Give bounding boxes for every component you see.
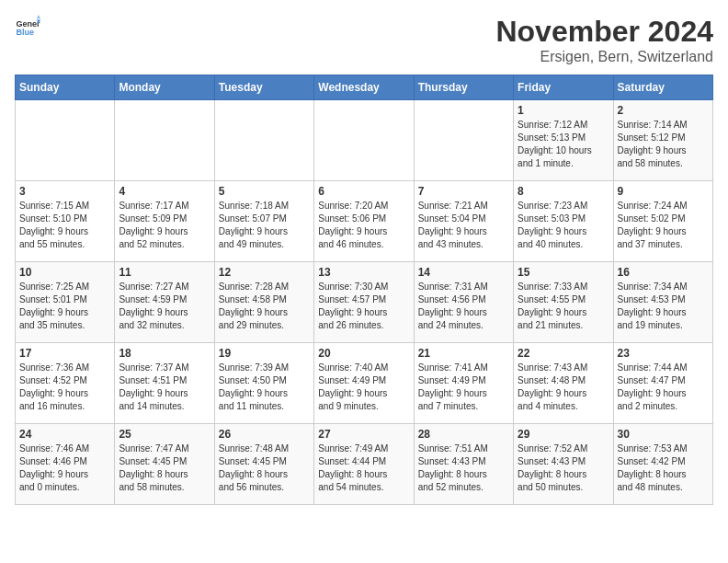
day-cell: 10Sunrise: 7:25 AM Sunset: 5:01 PM Dayli… [16, 262, 115, 343]
day-info: Sunrise: 7:20 AM Sunset: 5:06 PM Dayligh… [318, 200, 409, 251]
svg-text:Blue: Blue [16, 28, 34, 37]
day-number: 30 [618, 428, 709, 441]
day-number: 29 [518, 428, 609, 441]
location-title: Ersigen, Bern, Switzerland [495, 49, 713, 65]
day-number: 15 [518, 266, 609, 279]
day-cell: 30Sunrise: 7:53 AM Sunset: 4:42 PM Dayli… [613, 424, 712, 505]
day-cell: 26Sunrise: 7:48 AM Sunset: 4:45 PM Dayli… [214, 424, 313, 505]
day-info: Sunrise: 7:24 AM Sunset: 5:02 PM Dayligh… [618, 200, 709, 251]
weekday-header-wednesday: Wednesday [314, 75, 414, 100]
day-info: Sunrise: 7:53 AM Sunset: 4:42 PM Dayligh… [618, 442, 709, 494]
day-number: 28 [418, 428, 509, 441]
day-cell: 19Sunrise: 7:39 AM Sunset: 4:50 PM Dayli… [214, 343, 313, 424]
day-number: 22 [518, 347, 609, 360]
day-cell: 6Sunrise: 7:20 AM Sunset: 5:06 PM Daylig… [314, 181, 414, 262]
day-info: Sunrise: 7:43 AM Sunset: 4:48 PM Dayligh… [518, 362, 609, 413]
month-title: November 2024 [495, 15, 713, 49]
day-info: Sunrise: 7:51 AM Sunset: 4:43 PM Dayligh… [418, 442, 509, 494]
weekday-header-friday: Friday [514, 75, 613, 100]
day-cell: 24Sunrise: 7:46 AM Sunset: 4:46 PM Dayli… [16, 424, 115, 505]
day-cell: 5Sunrise: 7:18 AM Sunset: 5:07 PM Daylig… [214, 181, 313, 262]
day-cell [115, 100, 214, 181]
day-number: 9 [618, 185, 709, 198]
day-cell: 8Sunrise: 7:23 AM Sunset: 5:03 PM Daylig… [514, 181, 613, 262]
day-info: Sunrise: 7:18 AM Sunset: 5:07 PM Dayligh… [219, 200, 310, 251]
day-info: Sunrise: 7:48 AM Sunset: 4:45 PM Dayligh… [219, 442, 310, 494]
day-cell: 13Sunrise: 7:30 AM Sunset: 4:57 PM Dayli… [314, 262, 414, 343]
day-number: 6 [318, 185, 409, 198]
day-cell: 2Sunrise: 7:14 AM Sunset: 5:12 PM Daylig… [613, 100, 712, 181]
day-info: Sunrise: 7:27 AM Sunset: 4:59 PM Dayligh… [119, 281, 210, 332]
day-number: 14 [418, 266, 509, 279]
day-number: 12 [219, 266, 310, 279]
day-info: Sunrise: 7:47 AM Sunset: 4:45 PM Dayligh… [119, 442, 210, 494]
week-row-3: 10Sunrise: 7:25 AM Sunset: 5:01 PM Dayli… [16, 262, 713, 343]
weekday-header-monday: Monday [115, 75, 214, 100]
day-number: 5 [219, 185, 310, 198]
day-number: 13 [318, 266, 409, 279]
day-number: 2 [618, 104, 709, 117]
day-cell: 23Sunrise: 7:44 AM Sunset: 4:47 PM Dayli… [613, 343, 712, 424]
week-row-2: 3Sunrise: 7:15 AM Sunset: 5:10 PM Daylig… [16, 181, 713, 262]
day-info: Sunrise: 7:36 AM Sunset: 4:52 PM Dayligh… [19, 362, 110, 413]
day-info: Sunrise: 7:37 AM Sunset: 4:51 PM Dayligh… [119, 362, 210, 413]
day-number: 11 [119, 266, 210, 279]
title-block: November 2024 Ersigen, Bern, Switzerland [495, 15, 713, 65]
day-info: Sunrise: 7:31 AM Sunset: 4:56 PM Dayligh… [418, 281, 509, 332]
calendar-header: SundayMondayTuesdayWednesdayThursdayFrid… [16, 75, 713, 100]
day-number: 25 [119, 428, 210, 441]
day-number: 23 [618, 347, 709, 360]
day-cell: 16Sunrise: 7:34 AM Sunset: 4:53 PM Dayli… [613, 262, 712, 343]
week-row-1: 1Sunrise: 7:12 AM Sunset: 5:13 PM Daylig… [16, 100, 713, 181]
day-info: Sunrise: 7:33 AM Sunset: 4:55 PM Dayligh… [518, 281, 609, 332]
calendar-table: SundayMondayTuesdayWednesdayThursdayFrid… [15, 75, 713, 505]
day-number: 4 [119, 185, 210, 198]
logo-icon: General Blue [15, 15, 40, 40]
day-number: 10 [19, 266, 110, 279]
day-info: Sunrise: 7:44 AM Sunset: 4:47 PM Dayligh… [618, 362, 709, 413]
day-info: Sunrise: 7:34 AM Sunset: 4:53 PM Dayligh… [618, 281, 709, 332]
day-number: 19 [219, 347, 310, 360]
day-cell: 1Sunrise: 7:12 AM Sunset: 5:13 PM Daylig… [514, 100, 613, 181]
day-info: Sunrise: 7:23 AM Sunset: 5:03 PM Dayligh… [518, 200, 609, 251]
svg-marker-3 [37, 15, 40, 18]
day-cell [414, 100, 513, 181]
day-number: 17 [19, 347, 110, 360]
day-info: Sunrise: 7:25 AM Sunset: 5:01 PM Dayligh… [19, 281, 110, 332]
weekday-header-thursday: Thursday [414, 75, 513, 100]
week-row-5: 24Sunrise: 7:46 AM Sunset: 4:46 PM Dayli… [16, 424, 713, 505]
day-info: Sunrise: 7:17 AM Sunset: 5:09 PM Dayligh… [119, 200, 210, 251]
day-cell: 22Sunrise: 7:43 AM Sunset: 4:48 PM Dayli… [514, 343, 613, 424]
day-cell: 7Sunrise: 7:21 AM Sunset: 5:04 PM Daylig… [414, 181, 513, 262]
day-cell: 28Sunrise: 7:51 AM Sunset: 4:43 PM Dayli… [414, 424, 513, 505]
day-cell: 14Sunrise: 7:31 AM Sunset: 4:56 PM Dayli… [414, 262, 513, 343]
day-info: Sunrise: 7:41 AM Sunset: 4:49 PM Dayligh… [418, 362, 509, 413]
day-cell: 21Sunrise: 7:41 AM Sunset: 4:49 PM Dayli… [414, 343, 513, 424]
day-cell: 11Sunrise: 7:27 AM Sunset: 4:59 PM Dayli… [115, 262, 214, 343]
svg-text:General: General [16, 19, 40, 29]
day-number: 7 [418, 185, 509, 198]
day-cell [214, 100, 313, 181]
weekday-header-row: SundayMondayTuesdayWednesdayThursdayFrid… [16, 75, 713, 100]
day-number: 8 [518, 185, 609, 198]
day-info: Sunrise: 7:52 AM Sunset: 4:43 PM Dayligh… [518, 442, 609, 494]
day-info: Sunrise: 7:14 AM Sunset: 5:12 PM Dayligh… [618, 119, 709, 170]
day-info: Sunrise: 7:30 AM Sunset: 4:57 PM Dayligh… [318, 281, 409, 332]
day-number: 1 [518, 104, 609, 117]
day-number: 18 [119, 347, 210, 360]
day-info: Sunrise: 7:15 AM Sunset: 5:10 PM Dayligh… [19, 200, 110, 251]
day-number: 20 [318, 347, 409, 360]
weekday-header-saturday: Saturday [613, 75, 712, 100]
logo: General Blue [15, 15, 40, 40]
day-number: 16 [618, 266, 709, 279]
day-cell [16, 100, 115, 181]
day-cell: 20Sunrise: 7:40 AM Sunset: 4:49 PM Dayli… [314, 343, 414, 424]
calendar-body: 1Sunrise: 7:12 AM Sunset: 5:13 PM Daylig… [16, 100, 713, 505]
day-number: 21 [418, 347, 509, 360]
day-number: 3 [19, 185, 110, 198]
day-cell: 17Sunrise: 7:36 AM Sunset: 4:52 PM Dayli… [16, 343, 115, 424]
day-info: Sunrise: 7:21 AM Sunset: 5:04 PM Dayligh… [418, 200, 509, 251]
day-cell: 18Sunrise: 7:37 AM Sunset: 4:51 PM Dayli… [115, 343, 214, 424]
page-header: General Blue November 2024 Ersigen, Bern… [15, 15, 713, 65]
day-info: Sunrise: 7:46 AM Sunset: 4:46 PM Dayligh… [19, 442, 110, 494]
